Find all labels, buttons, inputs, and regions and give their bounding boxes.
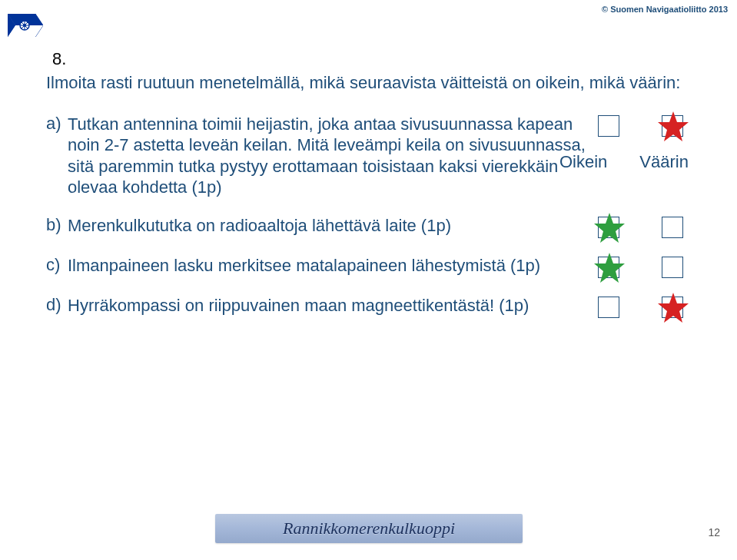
checkbox-wrong[interactable] [662,257,683,278]
checkbox-correct[interactable] [598,257,619,278]
checkbox-correct[interactable] [598,297,619,318]
item-label: b) [46,215,68,235]
page-number: 12 [708,526,720,538]
item-text: Tutkan antennina toimii heijastin, joka … [68,114,598,198]
question-number: 8. [52,49,691,69]
item-text: Hyrräkompassi on riippuvainen maan magne… [68,295,598,316]
item-text: Merenkulkututka on radioaaltoja lähettäv… [68,215,598,237]
item-label: c) [46,255,68,275]
org-logo [8,14,43,40]
item-label: a) [46,114,68,134]
star-correct-icon [593,251,626,285]
checkbox-wrong[interactable] [662,115,683,137]
copyright-text: © Suomen Navigaatioliitto 2013 [602,5,728,14]
question-item: d) Hyrräkompassi on riippuvainen maan ma… [46,295,691,318]
question-text: Ilmoita rasti ruutuun menetelmällä, mikä… [46,72,691,94]
footer-title: Rannikkomerenkulkuoppi [283,519,455,538]
footer-band: Rannikkomerenkulkuoppi [215,514,523,543]
header-correct: Oikein [559,152,607,172]
checkbox-correct[interactable] [598,217,619,238]
checkbox-wrong[interactable] [662,217,683,238]
header-wrong: Väärin [639,152,689,172]
star-correct-icon [593,211,626,245]
star-wrong-icon [656,291,690,325]
question-item: c) Ilmanpaineen lasku merkitsee matalapa… [46,255,691,278]
checkbox-wrong[interactable] [662,297,683,318]
question-item: b) Merenkulkututka on radioaaltoja lähet… [46,215,691,238]
checkbox-correct[interactable] [598,115,619,137]
star-wrong-icon [656,110,690,144]
item-label: d) [46,295,68,315]
item-text: Ilmanpaineen lasku merkitsee matalapaine… [68,255,598,277]
